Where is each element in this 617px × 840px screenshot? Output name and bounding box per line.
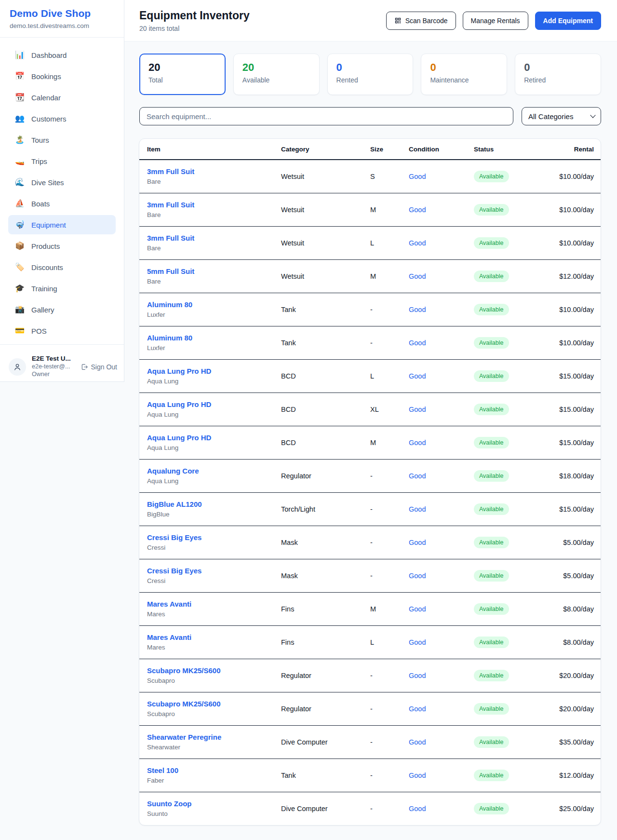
sidebar-item-dive-sites[interactable]: 🌊 Dive Sites [8, 173, 116, 192]
sidebar-item-products[interactable]: 📦 Products [8, 236, 116, 256]
item-rental-rate: $12.00/day [538, 759, 601, 792]
stat-card-total[interactable]: 20 Total [139, 54, 226, 95]
stat-value: 0 [336, 62, 404, 73]
stat-card-maintenance[interactable]: 0 Maintenance [421, 54, 507, 95]
item-condition-link[interactable]: Good [409, 372, 426, 380]
item-name-link[interactable]: Aluminum 80 [147, 300, 192, 309]
item-name-link[interactable]: Cressi Big Eyes [147, 567, 201, 575]
item-name-link[interactable]: Suunto Zoop [147, 799, 191, 808]
item-brand: Cressi [147, 544, 266, 551]
item-name-link[interactable]: 3mm Full Suit [147, 234, 194, 242]
item-name-link[interactable]: Mares Avanti [147, 600, 191, 608]
item-brand: Cressi [147, 577, 266, 584]
item-rental-rate: $10.00/day [538, 326, 601, 359]
item-condition-link[interactable]: Good [409, 505, 426, 513]
table-row: Aluminum 80 Luxfer Tank - Good Available… [139, 293, 601, 326]
item-condition-link[interactable]: Good [409, 206, 426, 214]
item-condition-link[interactable]: Good [409, 173, 426, 180]
sidebar-item-training[interactable]: 🎓 Training [8, 279, 116, 298]
scan-barcode-button[interactable]: Scan Barcode [386, 12, 456, 30]
search-input[interactable] [139, 107, 513, 125]
table-row: Mares Avanti Mares Fins M Good Available… [139, 592, 601, 625]
item-condition-link[interactable]: Good [409, 705, 426, 713]
item-name-link[interactable]: BigBlue AL1200 [147, 500, 202, 508]
stat-card-rented[interactable]: 0 Rented [327, 54, 414, 95]
item-name-link[interactable]: 3mm Full Suit [147, 167, 194, 176]
item-rental-rate: $5.00/day [538, 559, 601, 592]
table-row: Cressi Big Eyes Cressi Mask - Good Avail… [139, 526, 601, 559]
sidebar-item-label: Dive Sites [31, 178, 64, 187]
sidebar-item-calendar[interactable]: 📆 Calendar [8, 88, 116, 107]
sidebar-item-bookings[interactable]: 📅 Bookings [8, 67, 116, 86]
brand-name[interactable]: Demo Dive Shop [10, 8, 114, 19]
status-badge: Available [474, 736, 509, 748]
item-name-link[interactable]: Scubapro MK25/S600 [147, 700, 221, 708]
item-name-link[interactable]: 3mm Full Suit [147, 201, 194, 209]
person-icon [13, 363, 22, 371]
item-condition-link[interactable]: Good [409, 738, 426, 746]
item-brand: Mares [147, 644, 266, 651]
stat-card-available[interactable]: 20 Available [233, 54, 320, 95]
sidebar-item-tours[interactable]: 🏝️ Tours [8, 130, 116, 149]
item-category: Dive Computer [273, 792, 362, 825]
sidebar-item-label: Calendar [31, 94, 61, 102]
page-title: Equipment Inventory [139, 9, 250, 22]
sidebar-item-gallery[interactable]: 📸 Gallery [8, 300, 116, 319]
item-category: Torch/Light [273, 492, 362, 526]
item-condition-link[interactable]: Good [409, 306, 426, 313]
item-category: Fins [273, 625, 362, 659]
sidebar-item-discounts[interactable]: 🏷️ Discounts [8, 257, 116, 277]
item-category: Dive Computer [273, 725, 362, 759]
item-brand: Scubapro [147, 677, 266, 684]
item-name-link[interactable]: Scubapro MK25/S600 [147, 666, 221, 675]
item-condition-link[interactable]: Good [409, 638, 426, 646]
sidebar-item-customers[interactable]: 👥 Customers [8, 109, 116, 128]
item-name-link[interactable]: Aqua Lung Pro HD [147, 400, 211, 408]
sidebar-item-equipment[interactable]: 🤿 Equipment [8, 215, 116, 234]
sidebar-item-label: Training [31, 285, 57, 293]
item-name-link[interactable]: Shearwater Peregrine [147, 733, 221, 741]
sidebar-item-boats[interactable]: ⛵ Boats [8, 194, 116, 213]
item-category: Tank [273, 759, 362, 792]
sidebar-item-pos[interactable]: 💳 POS [8, 321, 116, 340]
col-header-status: Status [466, 139, 538, 160]
item-condition-link[interactable]: Good [409, 772, 426, 779]
item-condition-link[interactable]: Good [409, 805, 426, 813]
manage-rentals-button[interactable]: Manage Rentals [463, 12, 528, 30]
status-badge: Available [474, 404, 509, 415]
item-condition-link[interactable]: Good [409, 672, 426, 679]
item-name-link[interactable]: 5mm Full Suit [147, 267, 194, 275]
stats-row: 20 Total 20 Available 0 Rented 0 Mainten… [139, 54, 601, 95]
stat-value: 0 [524, 62, 592, 73]
item-condition-link[interactable]: Good [409, 339, 426, 347]
add-equipment-button[interactable]: Add Equipment [535, 12, 601, 30]
item-name-link[interactable]: Aqua Lung Pro HD [147, 434, 211, 442]
item-name-link[interactable]: Mares Avanti [147, 633, 191, 641]
table-row: Aqualung Core Aqua Lung Regulator - Good… [139, 459, 601, 492]
item-name-link[interactable]: Aluminum 80 [147, 334, 192, 342]
item-condition-link[interactable]: Good [409, 605, 426, 613]
status-badge: Available [474, 337, 509, 349]
item-condition-link[interactable]: Good [409, 572, 426, 580]
sidebar-item-trips[interactable]: 🚤 Trips [8, 151, 116, 171]
sidebar-item-dashboard[interactable]: 📊 Dashboard [8, 45, 116, 65]
item-name-link[interactable]: Cressi Big Eyes [147, 533, 201, 542]
category-select[interactable]: All Categories [522, 107, 601, 125]
item-size: M [362, 426, 401, 459]
sidebar-item-label: Boats [31, 200, 50, 208]
item-condition-link[interactable]: Good [409, 272, 426, 280]
item-condition-link[interactable]: Good [409, 539, 426, 546]
table-row: Aqua Lung Pro HD Aqua Lung BCD L Good Av… [139, 359, 601, 393]
table-row: 3mm Full Suit Bare Wetsuit L Good Availa… [139, 226, 601, 259]
item-name-link[interactable]: Aqua Lung Pro HD [147, 367, 211, 375]
item-condition-link[interactable]: Good [409, 239, 426, 247]
item-condition-link[interactable]: Good [409, 472, 426, 480]
item-condition-link[interactable]: Good [409, 406, 426, 413]
item-condition-link[interactable]: Good [409, 439, 426, 447]
item-rental-rate: $8.00/day [538, 625, 601, 659]
sign-out-button[interactable]: Sign Out [80, 363, 117, 371]
col-header-size: Size [362, 139, 401, 160]
stat-card-retired[interactable]: 0 Retired [515, 54, 601, 95]
item-name-link[interactable]: Aqualung Core [147, 467, 199, 475]
item-name-link[interactable]: Steel 100 [147, 766, 178, 774]
